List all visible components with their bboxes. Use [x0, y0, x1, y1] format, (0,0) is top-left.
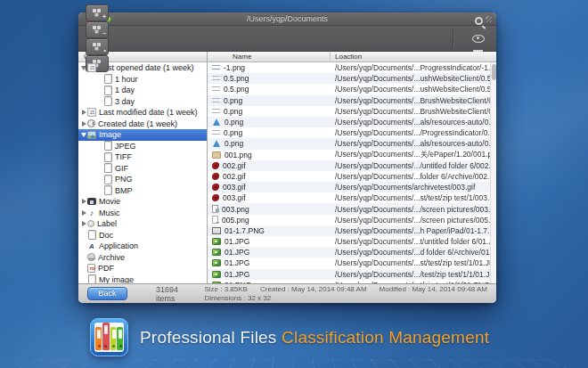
- sidebar-item-label: PDF: [98, 264, 114, 273]
- photo-green-icon: [212, 238, 221, 245]
- location-cell: /Users/yqp/Documents/...BrushWebsiteClie…: [331, 96, 496, 105]
- file-name: 003.png: [222, 205, 249, 214]
- location-cell: /Users/yqp/Documents/...关/ePaper/1.20/00…: [331, 150, 496, 160]
- sidebar-item-gif[interactable]: GIF: [78, 163, 207, 175]
- sidebar-item-doc[interactable]: Doc: [78, 230, 207, 241]
- table-row[interactable]: 001.png /Users/yqp/Documents/...关/ePaper…: [208, 150, 496, 160]
- disclosure-triangle-icon[interactable]: [80, 199, 87, 204]
- back-button[interactable]: Back: [87, 287, 127, 300]
- sidebar-item-movie[interactable]: Movie: [78, 196, 207, 208]
- table-row[interactable]: 0.png /Users/yqp/Documents/...BrushWebsi…: [208, 106, 496, 117]
- group-remove-icon: [93, 26, 102, 34]
- doc-icon: [103, 186, 112, 195]
- sidebar-item-png[interactable]: PNG: [78, 174, 207, 185]
- file-name: 0.png: [225, 118, 243, 127]
- sidebar-item-bmp[interactable]: BMP: [78, 185, 207, 197]
- sidebar-item-label: 1 day: [115, 86, 135, 94]
- scrollbar-thumb[interactable]: [492, 64, 496, 80]
- table-row[interactable]: 003.png /Users/yqp/Documents/.../screen …: [208, 203, 496, 214]
- scrollbar-track[interactable]: [490, 62, 496, 283]
- sidebar-item-archive[interactable]: Archive: [78, 252, 207, 264]
- remove-group-button[interactable]: −: [86, 21, 109, 38]
- sidebar-item-label: Label: [97, 219, 117, 228]
- sidebar-item-1-hour[interactable]: 1 hour: [78, 74, 207, 86]
- sidebar-item-tiff[interactable]: TIFF: [78, 151, 207, 163]
- window-titlebar[interactable]: /Users/yqp/Documents: [78, 12, 496, 26]
- disclosure-triangle-icon[interactable]: [80, 210, 87, 216]
- sidebar-item-1-day[interactable]: 1 day: [78, 85, 207, 96]
- sidebar-item-image[interactable]: Image: [78, 129, 207, 141]
- table-row[interactable]: 005.png /Users/yqp/Documents/.../screen …: [208, 215, 496, 225]
- group-settings-button[interactable]: •: [86, 38, 109, 55]
- location-cell: /Users/yqp/Documents/...als/resources-au…: [331, 139, 496, 148]
- sidebar-item-application[interactable]: Application: [78, 241, 207, 252]
- list-column-headers: Name Loaction: [208, 52, 496, 62]
- table-row[interactable]: 0.png /Users/yqp/Documents/.../ProgressI…: [208, 127, 496, 138]
- doc-icon: [103, 164, 112, 173]
- file-rows: -1.png /Users/yqp/Documents/...ProgressI…: [208, 62, 496, 283]
- table-row[interactable]: 01-1.7.PNG /Users/yqp/Documents/...h Pap…: [208, 225, 496, 236]
- table-row[interactable]: 01.JPG /Users/yqp/Documents/...st/test/z…: [208, 258, 496, 268]
- location-cell: /Users/yqp/Documents/archivetest/003.gif: [331, 183, 496, 192]
- disclosure-triangle-icon[interactable]: [80, 110, 87, 115]
- app-icon: [87, 241, 96, 250]
- app-icon: [90, 318, 128, 356]
- table-row[interactable]: 002.gif /Users/yqp/Documents/...folder 6…: [208, 171, 496, 182]
- sidebar-item-my-image[interactable]: My image: [78, 274, 207, 284]
- sidebar-item-label: Created date (1 week): [98, 119, 177, 128]
- disclosure-triangle-icon[interactable]: [80, 221, 87, 226]
- table-row[interactable]: 003.gif /Users/yqp/Documents/archivetest…: [208, 182, 496, 192]
- sidebar-item-label: 1 hour: [115, 75, 138, 84]
- sidebar-item-label: Last modified date (1 week): [99, 108, 198, 117]
- table-row[interactable]: 003.gif /Users/yqp/Documents/...st/test/…: [208, 192, 496, 203]
- table-row[interactable]: 002.gif /Users/yqp/Documents/.../untitle…: [208, 160, 496, 171]
- column-header-location[interactable]: Loaction: [331, 53, 496, 61]
- location-cell: /Users/yqp/Documents/.../test/zip test/1…: [331, 270, 496, 279]
- disclosure-triangle-icon[interactable]: [80, 121, 87, 127]
- name-cell: 003.gif: [208, 183, 331, 192]
- window-title: /Users/yqp/Documents: [247, 14, 328, 23]
- lines-gray-icon: [212, 109, 220, 114]
- disclosure-triangle-icon[interactable]: [80, 133, 87, 137]
- doc-icon: [103, 152, 112, 161]
- shot-gray-icon: [212, 227, 221, 234]
- table-row[interactable]: 0.5.png /Users/yqp/Documents/...ushWebsi…: [208, 73, 496, 84]
- location-cell: /Users/yqp/Documents/...t/untitled folde…: [331, 237, 496, 246]
- sidebar-item-label: My image: [99, 275, 134, 283]
- column-header-name[interactable]: Name: [208, 53, 331, 61]
- add-group-button[interactable]: +: [86, 4, 109, 21]
- file-name: 0.png: [224, 107, 242, 116]
- sidebar-item-last-modified-date-1-week[interactable]: Last modified date (1 week): [78, 107, 207, 119]
- table-row[interactable]: -1.png /Users/yqp/Documents/...ProgressI…: [208, 62, 496, 73]
- table-row[interactable]: 0.png /Users/yqp/Documents/...BrushWebsi…: [208, 95, 496, 106]
- table-row[interactable]: 0.png /Users/yqp/Documents/...als/resour…: [208, 138, 496, 149]
- movie-icon: [87, 198, 96, 205]
- name-cell: 01.JPG: [208, 248, 331, 257]
- status-bar: Back 31694 items Size : 3.85KB Created :…: [78, 283, 496, 303]
- file-modified: Modified : May 14, 2014 09:48 AM: [380, 285, 487, 294]
- table-row[interactable]: 01.JPG /Users/yqp/Documents/...t/untitle…: [208, 236, 496, 247]
- doc-icon: [103, 142, 112, 151]
- table-row[interactable]: 01.JPG /Users/yqp/Documents/...d folder …: [208, 247, 496, 258]
- sidebar-item-jpeg[interactable]: JPEG: [78, 141, 207, 152]
- tri-blue-icon: [212, 140, 221, 148]
- location-cell: /Users/yqp/Documents/.../screen pictures…: [331, 205, 496, 214]
- app-window: /Users/yqp/Documents +−• Groups Last ope…: [78, 12, 496, 303]
- location-cell: /Users/yqp/Documents/...ushWebsiteClient…: [331, 74, 496, 83]
- flower-red-icon: [212, 184, 219, 191]
- sidebar-item-label: Last opened date (1 week): [99, 63, 194, 72]
- lines-gray-icon: [212, 76, 220, 81]
- lines-gray-icon: [212, 130, 220, 135]
- sidebar-item-music[interactable]: Music: [78, 208, 207, 219]
- preview-eye-icon[interactable]: [468, 29, 489, 47]
- table-row[interactable]: 0.5.png /Users/yqp/Documents/...ushWebsi…: [208, 84, 496, 94]
- name-cell: 0.5.png: [208, 74, 331, 83]
- location-cell: /Users/yqp/Documents/...als/resources-au…: [331, 118, 496, 127]
- table-row[interactable]: 01.JPG /Users/yqp/Documents/.../test/zip…: [208, 269, 496, 280]
- sidebar-item-3-day[interactable]: 3 day: [78, 96, 207, 108]
- table-row[interactable]: 0.png /Users/yqp/Documents/...als/resour…: [208, 117, 496, 127]
- sidebar-item-created-date-1-week[interactable]: Created date (1 week): [78, 119, 207, 130]
- search-icon[interactable]: [468, 12, 489, 29]
- sidebar-item-pdf[interactable]: PDF: [78, 263, 207, 274]
- sidebar-item-label[interactable]: Label: [78, 218, 207, 230]
